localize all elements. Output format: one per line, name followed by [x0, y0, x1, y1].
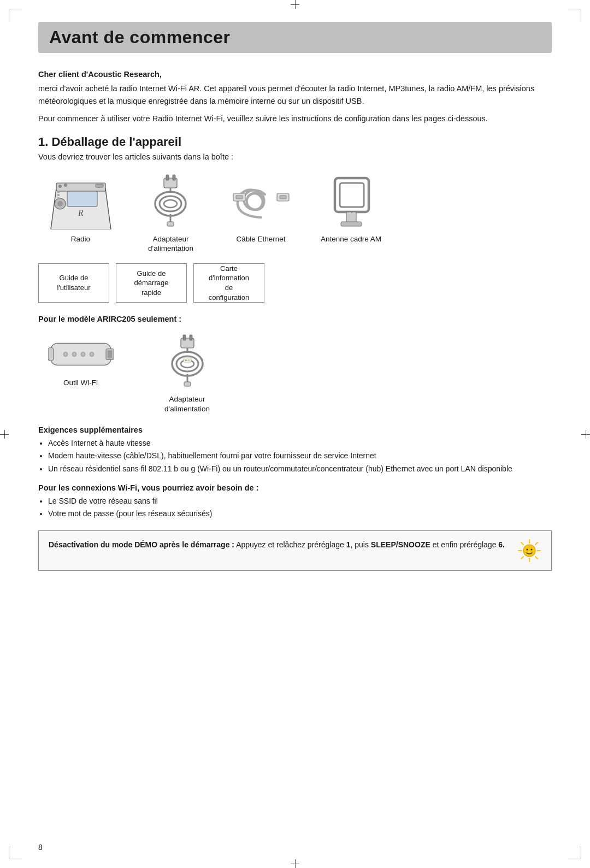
- svg-rect-10: [57, 191, 60, 193]
- req-item-1: Accès Internet à haute vitesse: [48, 437, 552, 449]
- wifi-tool-image: [45, 331, 116, 375]
- doc-quickstart-label: Guide dedémarragerapide: [134, 269, 169, 298]
- intro-section: Cher client d'Acoustic Research, merci d…: [38, 68, 552, 125]
- model-label: Pour le modèle ARIRC205 seulement :: [38, 315, 552, 323]
- page-number: 8: [38, 843, 43, 852]
- svg-rect-49: [184, 382, 191, 386]
- note-text: Désactivation du mode DÉMO après le déma…: [49, 539, 510, 551]
- wifi-tool-label: Outil Wi-Fi: [63, 378, 98, 388]
- adapter2-image: Wi-Fi: [152, 331, 223, 391]
- sun-icon: [517, 539, 541, 563]
- svg-rect-32: [48, 347, 54, 361]
- svg-point-59: [527, 549, 528, 551]
- ethernet-image: [226, 171, 297, 231]
- svg-rect-27: [340, 183, 364, 207]
- radio-label: Radio: [71, 234, 90, 244]
- svg-point-15: [164, 200, 177, 208]
- wifi-requirements-section: Pour les connexions Wi-Fi, vous pourriez…: [38, 483, 552, 519]
- corner-mark-tr: [568, 9, 581, 22]
- svg-rect-2: [67, 191, 97, 206]
- salutation-text: merci d'avoir acheté la radio Internet W…: [38, 82, 552, 107]
- note-box: Désactivation du mode DÉMO après le déma…: [38, 530, 552, 571]
- doc-box-user-guide: Guide del'utilisateur: [38, 263, 109, 303]
- doc-user-guide-label: Guide del'utilisateur: [57, 273, 90, 292]
- requirements-title: Exigences supplémentaires: [38, 426, 552, 434]
- doc-box-quickstart: Guide dedémarragerapide: [116, 263, 187, 303]
- svg-rect-11: [57, 194, 60, 196]
- section1-subtext: Vous devriez trouver les articles suivan…: [38, 152, 552, 161]
- note-bold1: Désactivation du mode DÉMO après le déma…: [49, 540, 234, 549]
- svg-line-57: [535, 542, 538, 545]
- item-ethernet: Câble Ethernet: [219, 171, 303, 244]
- wifi-req-item-2: Votre mot de passe (pour les réseaux séc…: [48, 507, 552, 519]
- corner-mark-bl: [9, 846, 22, 859]
- corner-mark-br: [568, 846, 581, 859]
- doc-box-config: Carted'informationdeconfiguration: [193, 263, 264, 303]
- svg-point-33: [63, 352, 68, 356]
- note-text2: et enfin préréglage: [433, 540, 499, 549]
- svg-rect-21: [167, 222, 174, 226]
- svg-point-34: [72, 352, 76, 356]
- item-antenna: Antenne cadre AM: [309, 171, 393, 244]
- doc-config-label: Carted'informationdeconfiguration: [209, 264, 249, 302]
- svg-point-4: [58, 185, 62, 188]
- svg-text:Wi-Fi: Wi-Fi: [185, 359, 190, 362]
- svg-rect-17: [166, 175, 169, 180]
- note-text1: Appuyez et relâchez préréglage 1, puis: [236, 540, 371, 549]
- antenna-image: [316, 171, 387, 231]
- adapter-image: [135, 171, 206, 231]
- svg-point-35: [81, 352, 85, 356]
- note-bold2: SLEEP/SNOOZE: [371, 540, 430, 549]
- svg-line-58: [521, 557, 523, 559]
- svg-point-36: [90, 352, 94, 356]
- req-item-3: Un réseau résidentiel sans fil 802.11 b …: [48, 463, 552, 475]
- item-adapter2: Wi-Fi Adaptateurd'alimentation: [145, 331, 229, 414]
- svg-rect-43: [183, 335, 186, 340]
- svg-point-60: [531, 549, 533, 551]
- item-adapter: Adaptateurd'alimentation: [128, 171, 213, 253]
- svg-rect-38: [108, 350, 112, 358]
- svg-rect-12: [57, 197, 60, 199]
- svg-rect-7: [96, 184, 103, 187]
- svg-rect-23: [236, 196, 243, 199]
- title-banner: Avant de commencer: [38, 22, 552, 53]
- items-grid: R Radio: [38, 171, 552, 253]
- page-title: Avant de commencer: [49, 27, 541, 48]
- wifi-req-list: Le SSID de votre réseau sans fil Votre m…: [38, 495, 552, 519]
- svg-point-14: [160, 196, 181, 211]
- section1-heading: 1. Déballage de l'appareil: [38, 135, 552, 149]
- svg-line-55: [521, 542, 523, 545]
- adapter-label: Adaptateurd'alimentation: [148, 234, 193, 253]
- svg-point-9: [57, 201, 63, 206]
- svg-rect-29: [341, 222, 362, 226]
- svg-rect-18: [173, 175, 175, 180]
- req-item-2: Modem haute-vitesse (câble/DSL), habitue…: [48, 450, 552, 462]
- requirements-list: Accès Internet à haute vitesse Modem hau…: [38, 437, 552, 475]
- svg-line-56: [535, 557, 538, 559]
- adapter2-label: Adaptateurd'alimentation: [164, 394, 210, 414]
- wifi-req-title: Pour les connexions Wi-Fi, vous pourriez…: [38, 483, 552, 492]
- salutation-bold: Cher client d'Acoustic Research,: [38, 68, 552, 80]
- antenna-label: Antenne cadre AM: [321, 234, 381, 244]
- doc-boxes: Guide del'utilisateur Guide dedémarrager…: [38, 263, 552, 303]
- svg-point-50: [523, 545, 535, 557]
- radio-image: R: [45, 171, 116, 231]
- svg-text:R: R: [78, 208, 84, 217]
- note-bold3: 6.: [498, 540, 505, 549]
- ethernet-label: Câble Ethernet: [236, 234, 285, 244]
- requirements-section: Exigences supplémentaires Accès Internet…: [38, 426, 552, 475]
- intro-paragraph2: Pour commencer à utiliser votre Radio In…: [38, 113, 552, 125]
- extra-items: Outil Wi-Fi Wi-: [38, 331, 552, 414]
- wifi-req-item-1: Le SSID de votre réseau sans fil: [48, 495, 552, 507]
- item-wifi-tool: Outil Wi-Fi: [38, 331, 123, 388]
- corner-mark-tl: [9, 9, 22, 22]
- svg-rect-25: [280, 196, 286, 199]
- svg-rect-44: [190, 335, 192, 340]
- svg-point-5: [64, 184, 67, 187]
- item-radio: R Radio: [38, 171, 123, 244]
